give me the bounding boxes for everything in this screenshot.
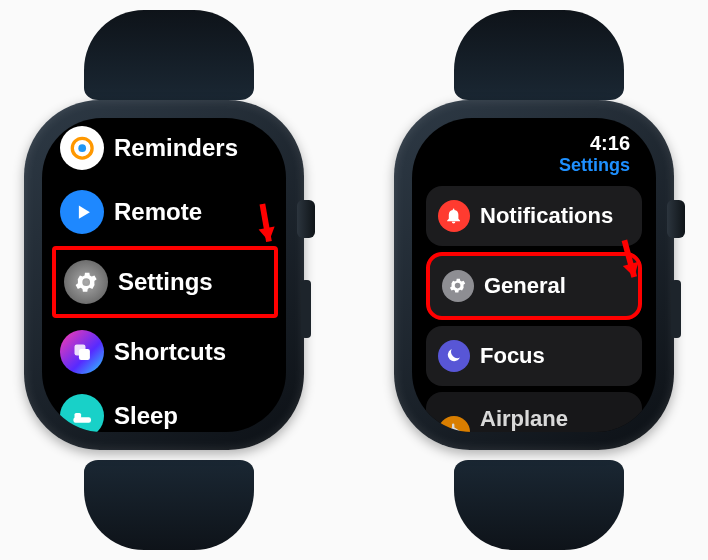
watch-case: Reminders Remote Settings Shortcuts <box>24 100 304 450</box>
app-list-screen[interactable]: Reminders Remote Settings Shortcuts <box>42 118 286 432</box>
app-label: Shortcuts <box>114 338 226 366</box>
airplane-icon <box>438 416 470 432</box>
watch-left: Reminders Remote Settings Shortcuts <box>24 20 314 540</box>
settings-label: Notifications <box>480 203 613 229</box>
gear-icon <box>442 270 474 302</box>
settings-row-airplane[interactable]: Airplane Mode <box>426 392 642 432</box>
app-label: Remote <box>114 198 202 226</box>
app-row-shortcuts[interactable]: Shortcuts <box>52 320 278 384</box>
svg-rect-4 <box>79 349 90 360</box>
app-row-sleep[interactable]: Sleep <box>52 384 278 432</box>
app-label: Sleep <box>114 402 178 430</box>
settings-row-focus[interactable]: Focus <box>426 326 642 386</box>
watch-band-bottom <box>84 460 254 550</box>
digital-crown[interactable] <box>667 200 685 238</box>
settings-row-general[interactable]: General <box>426 252 642 320</box>
bell-icon <box>438 200 470 232</box>
shortcuts-icon <box>60 330 104 374</box>
watch-band-top <box>454 10 624 100</box>
status-bar: 4:16 Settings <box>420 128 648 180</box>
settings-screen[interactable]: 4:16 Settings Notifications General <box>412 118 656 432</box>
settings-row-notifications[interactable]: Notifications <box>426 186 642 246</box>
side-button[interactable] <box>301 280 311 338</box>
settings-label: General <box>484 273 566 299</box>
watch-case: 4:16 Settings Notifications General <box>394 100 674 450</box>
sleep-icon <box>60 394 104 432</box>
settings-label: Airplane Mode <box>480 406 630 432</box>
watch-right: 4:16 Settings Notifications General <box>394 20 684 540</box>
reminders-icon <box>60 126 104 170</box>
app-row-reminders[interactable]: Reminders <box>52 118 278 180</box>
app-row-remote[interactable]: Remote <box>52 180 278 244</box>
app-row-settings[interactable]: Settings <box>52 246 278 318</box>
digital-crown[interactable] <box>297 200 315 238</box>
side-button[interactable] <box>671 280 681 338</box>
screen-title: Settings <box>559 155 630 176</box>
remote-icon <box>60 190 104 234</box>
svg-marker-2 <box>79 205 90 218</box>
settings-icon <box>64 260 108 304</box>
settings-label: Focus <box>480 343 545 369</box>
clock-time: 4:16 <box>590 132 630 155</box>
moon-icon <box>438 340 470 372</box>
app-label: Reminders <box>114 134 238 162</box>
watch-band-top <box>84 10 254 100</box>
watch-band-bottom <box>454 460 624 550</box>
svg-point-1 <box>78 144 86 152</box>
svg-rect-6 <box>74 413 81 418</box>
app-label: Settings <box>118 268 213 296</box>
